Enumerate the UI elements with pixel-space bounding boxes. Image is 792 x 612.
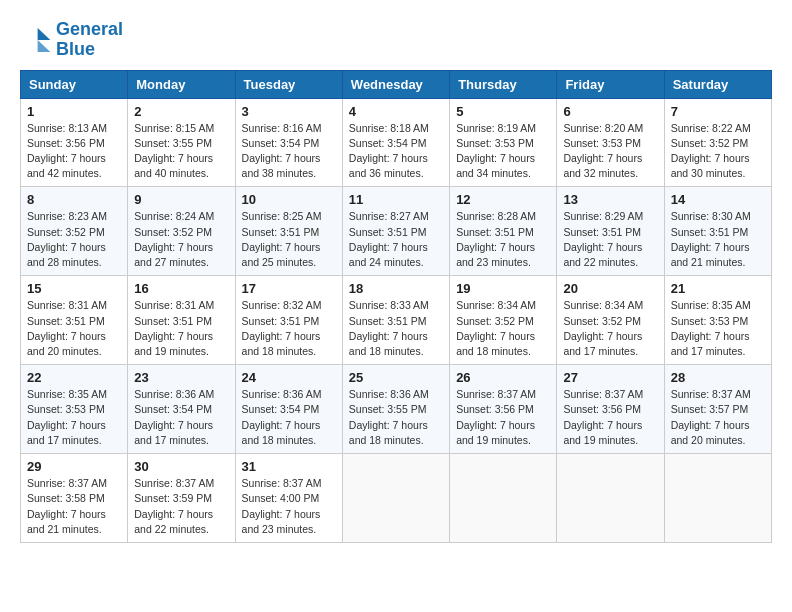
weekday-header-row: SundayMondayTuesdayWednesdayThursdayFrid… [21,70,772,98]
day-number: 11 [349,192,443,207]
calendar-cell: 25 Sunrise: 8:36 AM Sunset: 3:55 PM Dayl… [342,365,449,454]
calendar-cell: 14 Sunrise: 8:30 AM Sunset: 3:51 PM Dayl… [664,187,771,276]
calendar-cell: 23 Sunrise: 8:36 AM Sunset: 3:54 PM Dayl… [128,365,235,454]
calendar-week-row: 8 Sunrise: 8:23 AM Sunset: 3:52 PM Dayli… [21,187,772,276]
day-info: Sunrise: 8:32 AM Sunset: 3:51 PM Dayligh… [242,298,336,359]
weekday-header: Thursday [450,70,557,98]
weekday-header: Wednesday [342,70,449,98]
calendar-cell: 11 Sunrise: 8:27 AM Sunset: 3:51 PM Dayl… [342,187,449,276]
calendar-cell: 24 Sunrise: 8:36 AM Sunset: 3:54 PM Dayl… [235,365,342,454]
day-info: Sunrise: 8:35 AM Sunset: 3:53 PM Dayligh… [27,387,121,448]
calendar-cell: 7 Sunrise: 8:22 AM Sunset: 3:52 PM Dayli… [664,98,771,187]
day-info: Sunrise: 8:37 AM Sunset: 3:56 PM Dayligh… [456,387,550,448]
calendar-cell: 9 Sunrise: 8:24 AM Sunset: 3:52 PM Dayli… [128,187,235,276]
day-info: Sunrise: 8:13 AM Sunset: 3:56 PM Dayligh… [27,121,121,182]
svg-marker-1 [38,40,51,52]
calendar-cell: 19 Sunrise: 8:34 AM Sunset: 3:52 PM Dayl… [450,276,557,365]
day-number: 2 [134,104,228,119]
day-number: 18 [349,281,443,296]
page-header: General Blue [20,20,772,60]
day-info: Sunrise: 8:29 AM Sunset: 3:51 PM Dayligh… [563,209,657,270]
weekday-header: Sunday [21,70,128,98]
logo-icon [20,24,52,56]
day-info: Sunrise: 8:19 AM Sunset: 3:53 PM Dayligh… [456,121,550,182]
calendar-cell [342,454,449,543]
day-number: 17 [242,281,336,296]
calendar-week-row: 15 Sunrise: 8:31 AM Sunset: 3:51 PM Dayl… [21,276,772,365]
day-info: Sunrise: 8:37 AM Sunset: 3:57 PM Dayligh… [671,387,765,448]
calendar-cell: 13 Sunrise: 8:29 AM Sunset: 3:51 PM Dayl… [557,187,664,276]
calendar-table: SundayMondayTuesdayWednesdayThursdayFrid… [20,70,772,543]
day-number: 27 [563,370,657,385]
day-info: Sunrise: 8:20 AM Sunset: 3:53 PM Dayligh… [563,121,657,182]
weekday-header: Friday [557,70,664,98]
day-info: Sunrise: 8:37 AM Sunset: 3:59 PM Dayligh… [134,476,228,537]
day-info: Sunrise: 8:23 AM Sunset: 3:52 PM Dayligh… [27,209,121,270]
svg-marker-0 [38,28,51,40]
day-info: Sunrise: 8:34 AM Sunset: 3:52 PM Dayligh… [456,298,550,359]
calendar-cell [664,454,771,543]
day-info: Sunrise: 8:15 AM Sunset: 3:55 PM Dayligh… [134,121,228,182]
calendar-cell: 10 Sunrise: 8:25 AM Sunset: 3:51 PM Dayl… [235,187,342,276]
calendar-week-row: 29 Sunrise: 8:37 AM Sunset: 3:58 PM Dayl… [21,454,772,543]
day-info: Sunrise: 8:18 AM Sunset: 3:54 PM Dayligh… [349,121,443,182]
day-number: 30 [134,459,228,474]
calendar-cell: 28 Sunrise: 8:37 AM Sunset: 3:57 PM Dayl… [664,365,771,454]
calendar-cell: 22 Sunrise: 8:35 AM Sunset: 3:53 PM Dayl… [21,365,128,454]
calendar-cell: 21 Sunrise: 8:35 AM Sunset: 3:53 PM Dayl… [664,276,771,365]
logo: General Blue [20,20,123,60]
day-info: Sunrise: 8:27 AM Sunset: 3:51 PM Dayligh… [349,209,443,270]
day-number: 14 [671,192,765,207]
calendar-cell: 27 Sunrise: 8:37 AM Sunset: 3:56 PM Dayl… [557,365,664,454]
day-number: 28 [671,370,765,385]
calendar-cell: 17 Sunrise: 8:32 AM Sunset: 3:51 PM Dayl… [235,276,342,365]
day-number: 25 [349,370,443,385]
day-info: Sunrise: 8:24 AM Sunset: 3:52 PM Dayligh… [134,209,228,270]
day-number: 26 [456,370,550,385]
day-number: 22 [27,370,121,385]
calendar-cell: 2 Sunrise: 8:15 AM Sunset: 3:55 PM Dayli… [128,98,235,187]
calendar-cell: 18 Sunrise: 8:33 AM Sunset: 3:51 PM Dayl… [342,276,449,365]
calendar-cell: 29 Sunrise: 8:37 AM Sunset: 3:58 PM Dayl… [21,454,128,543]
day-info: Sunrise: 8:37 AM Sunset: 3:58 PM Dayligh… [27,476,121,537]
calendar-cell: 15 Sunrise: 8:31 AM Sunset: 3:51 PM Dayl… [21,276,128,365]
calendar-cell: 8 Sunrise: 8:23 AM Sunset: 3:52 PM Dayli… [21,187,128,276]
day-number: 3 [242,104,336,119]
day-info: Sunrise: 8:30 AM Sunset: 3:51 PM Dayligh… [671,209,765,270]
calendar-cell [450,454,557,543]
day-number: 16 [134,281,228,296]
day-number: 19 [456,281,550,296]
day-number: 6 [563,104,657,119]
calendar-cell: 4 Sunrise: 8:18 AM Sunset: 3:54 PM Dayli… [342,98,449,187]
day-number: 7 [671,104,765,119]
calendar-cell: 6 Sunrise: 8:20 AM Sunset: 3:53 PM Dayli… [557,98,664,187]
day-info: Sunrise: 8:31 AM Sunset: 3:51 PM Dayligh… [134,298,228,359]
calendar-cell: 31 Sunrise: 8:37 AM Sunset: 4:00 PM Dayl… [235,454,342,543]
day-number: 5 [456,104,550,119]
day-number: 20 [563,281,657,296]
calendar-week-row: 1 Sunrise: 8:13 AM Sunset: 3:56 PM Dayli… [21,98,772,187]
calendar-cell: 30 Sunrise: 8:37 AM Sunset: 3:59 PM Dayl… [128,454,235,543]
day-number: 31 [242,459,336,474]
day-info: Sunrise: 8:36 AM Sunset: 3:54 PM Dayligh… [242,387,336,448]
day-number: 8 [27,192,121,207]
day-number: 10 [242,192,336,207]
day-number: 13 [563,192,657,207]
calendar-cell: 20 Sunrise: 8:34 AM Sunset: 3:52 PM Dayl… [557,276,664,365]
calendar-cell: 26 Sunrise: 8:37 AM Sunset: 3:56 PM Dayl… [450,365,557,454]
day-info: Sunrise: 8:34 AM Sunset: 3:52 PM Dayligh… [563,298,657,359]
weekday-header: Monday [128,70,235,98]
day-info: Sunrise: 8:16 AM Sunset: 3:54 PM Dayligh… [242,121,336,182]
calendar-cell: 3 Sunrise: 8:16 AM Sunset: 3:54 PM Dayli… [235,98,342,187]
day-number: 15 [27,281,121,296]
day-number: 29 [27,459,121,474]
calendar-cell: 1 Sunrise: 8:13 AM Sunset: 3:56 PM Dayli… [21,98,128,187]
day-info: Sunrise: 8:25 AM Sunset: 3:51 PM Dayligh… [242,209,336,270]
day-number: 21 [671,281,765,296]
day-info: Sunrise: 8:33 AM Sunset: 3:51 PM Dayligh… [349,298,443,359]
calendar-week-row: 22 Sunrise: 8:35 AM Sunset: 3:53 PM Dayl… [21,365,772,454]
day-info: Sunrise: 8:28 AM Sunset: 3:51 PM Dayligh… [456,209,550,270]
day-number: 24 [242,370,336,385]
day-info: Sunrise: 8:36 AM Sunset: 3:55 PM Dayligh… [349,387,443,448]
day-number: 12 [456,192,550,207]
